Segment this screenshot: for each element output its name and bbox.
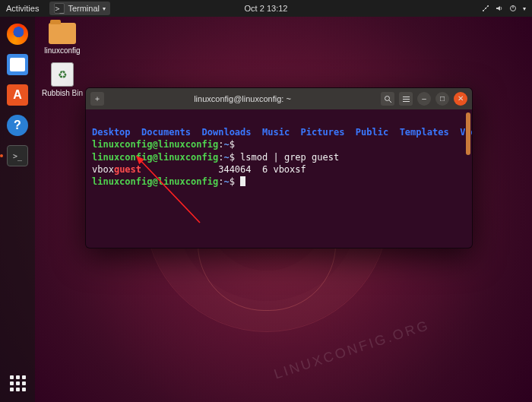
firefox-icon[interactable] xyxy=(5,21,30,47)
volume-icon xyxy=(496,5,503,12)
status-area[interactable]: ▾ xyxy=(482,5,526,12)
close-button[interactable]: ✕ xyxy=(454,92,467,106)
files-icon[interactable] xyxy=(5,52,30,78)
recycle-icon xyxy=(51,62,74,87)
scrollbar-thumb[interactable] xyxy=(466,112,470,155)
search-icon xyxy=(384,95,392,103)
prompt-end: $ xyxy=(230,139,235,150)
chevron-down-icon: ▾ xyxy=(103,5,106,12)
close-icon: ✕ xyxy=(458,95,464,103)
prompt-path: ~ xyxy=(223,139,229,150)
prompt-end: $ xyxy=(230,176,235,187)
folder-icon xyxy=(49,23,76,44)
dock: ? xyxy=(0,17,35,402)
software-icon[interactable] xyxy=(5,82,30,108)
minimize-icon: – xyxy=(422,95,426,103)
trash-icon[interactable]: Rubbish Bin xyxy=(41,62,84,97)
grep-highlight: guest xyxy=(114,164,141,175)
prompt-user: linuxconfig@linuxconfig xyxy=(92,176,218,187)
terminal-window[interactable]: ＋ linuxconfig@linuxconfig: ~ – □ ✕ Deskt… xyxy=(85,87,473,248)
svg-line-6 xyxy=(389,100,391,103)
prompt-end: $ xyxy=(230,152,235,163)
command-text: lsmod | grep guest xyxy=(240,152,339,163)
power-icon xyxy=(509,5,517,12)
new-tab-button[interactable]: ＋ xyxy=(90,92,104,106)
menu-button[interactable] xyxy=(399,92,413,106)
home-folder-icon[interactable]: linuxconfig xyxy=(41,23,84,55)
prompt-path: ~ xyxy=(223,176,229,187)
app-menu-label: Terminal xyxy=(68,4,100,13)
prompt-user: linuxconfig@linuxconfig xyxy=(92,152,218,163)
app-menu[interactable]: Terminal ▾ xyxy=(49,2,110,15)
maximize-button[interactable]: □ xyxy=(435,92,449,106)
minimize-button[interactable]: – xyxy=(417,92,431,106)
prompt-user: linuxconfig@linuxconfig xyxy=(92,139,218,150)
network-icon xyxy=(482,5,489,12)
terminal-icon xyxy=(54,3,65,14)
terminal-titlebar[interactable]: ＋ linuxconfig@linuxconfig: ~ – □ ✕ xyxy=(86,88,472,109)
svg-point-5 xyxy=(385,96,389,100)
output-text: 344064 6 vboxsf xyxy=(141,164,306,175)
maximize-icon: □ xyxy=(440,95,445,103)
top-panel: Activities Terminal ▾ Oct 2 13:12 ▾ xyxy=(0,0,532,17)
desktop-icon-label: Rubbish Bin xyxy=(41,89,84,97)
window-title: linuxconfig@linuxconfig: ~ xyxy=(109,94,376,103)
help-icon[interactable]: ? xyxy=(5,112,30,138)
prompt-path: ~ xyxy=(223,152,229,163)
ls-output: Desktop Documents Downloads Music Pictur… xyxy=(92,127,472,138)
output-text: vbox xyxy=(92,164,114,175)
chevron-down-icon: ▾ xyxy=(523,5,526,12)
search-button[interactable] xyxy=(381,92,394,106)
terminal-body[interactable]: Desktop Documents Downloads Music Pictur… xyxy=(86,109,472,248)
terminal-icon[interactable] xyxy=(5,143,30,169)
text-cursor xyxy=(240,176,245,186)
hamburger-icon xyxy=(402,95,410,103)
desktop-icon-label: linuxconfig xyxy=(41,46,84,55)
plus-icon: ＋ xyxy=(93,95,101,103)
activities-button[interactable]: Activities xyxy=(6,4,39,13)
desktop-icons: linuxconfig Rubbish Bin xyxy=(41,23,84,105)
show-applications-button[interactable] xyxy=(5,370,30,396)
